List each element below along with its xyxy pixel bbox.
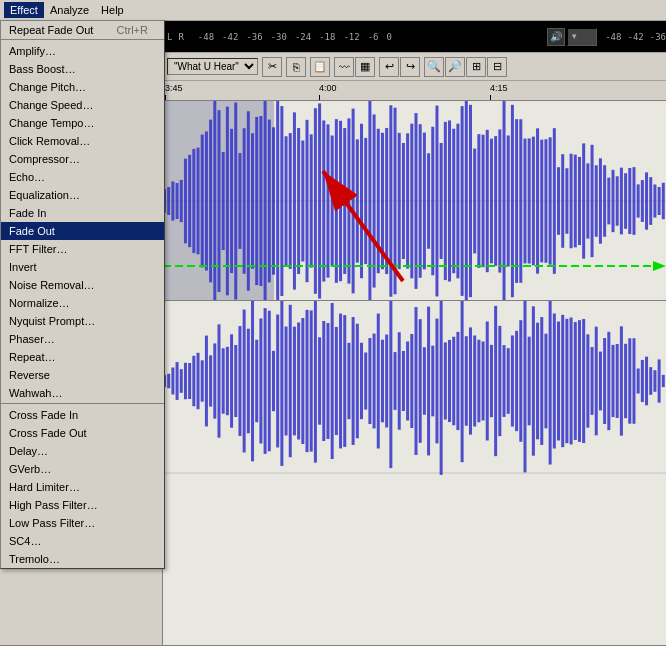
paste-icon[interactable]: 📋	[310, 57, 330, 77]
svg-rect-202	[473, 335, 476, 426]
svg-rect-103	[586, 163, 589, 238]
menu-item-change-tempo[interactable]: Change Tempo…	[1, 114, 164, 132]
svg-rect-233	[603, 338, 606, 424]
menu-item-cross-fade-out[interactable]: Cross Fade Out	[1, 424, 164, 442]
menu-item-normalize[interactable]: Normalize…	[1, 294, 164, 312]
svg-rect-224	[565, 319, 568, 443]
svg-rect-159	[293, 327, 296, 436]
menu-item-repeat-fade-out[interactable]: Repeat Fade Out Ctrl+R	[1, 21, 164, 40]
menu-effect[interactable]: Effect	[4, 2, 44, 18]
menu-item-bass-boost[interactable]: Bass Boost…	[1, 60, 164, 78]
svg-rect-155	[276, 315, 279, 448]
level-scale-left: -48 -42 -36 -30 -24 -18 -12 -6 0	[194, 32, 545, 42]
track-1-waveform: // We'll use inline SVG rects to simulat…	[163, 101, 666, 300]
svg-rect-231	[595, 327, 598, 436]
svg-rect-121	[662, 183, 665, 219]
speaker-icon[interactable]: 🔊	[547, 28, 565, 46]
svg-rect-185	[402, 351, 405, 411]
svg-rect-78	[482, 135, 485, 268]
svg-rect-41	[326, 124, 329, 277]
menu-item-repeat[interactable]: Repeat…	[1, 348, 164, 366]
menu-analyze[interactable]: Analyze	[44, 2, 95, 18]
svg-rect-118	[649, 177, 652, 225]
svg-rect-232	[599, 352, 602, 411]
redo-icon[interactable]: ↪	[400, 57, 420, 77]
svg-rect-94	[549, 137, 552, 264]
svg-marker-123	[653, 261, 666, 271]
svg-rect-102	[582, 143, 585, 258]
copy-icon[interactable]: ⎘	[286, 57, 306, 77]
svg-rect-203	[477, 340, 480, 423]
svg-rect-166	[322, 321, 325, 441]
svg-rect-168	[331, 303, 334, 459]
menu-item-echo[interactable]: Echo…	[1, 168, 164, 186]
menu-item-hard-limiter[interactable]: Hard Limiter…	[1, 478, 164, 496]
menu-item-wahwah[interactable]: Wahwah…	[1, 384, 164, 404]
svg-rect-177	[368, 338, 371, 424]
menu-item-equalization[interactable]: Equalization…	[1, 186, 164, 204]
zoom-fit-icon[interactable]: ⊞	[466, 57, 486, 77]
menu-item-noise-removal[interactable]: Noise Removal…	[1, 276, 164, 294]
zoom-in-icon[interactable]: 🔍	[424, 57, 444, 77]
svg-rect-64	[423, 133, 426, 270]
svg-rect-204	[482, 342, 485, 421]
svg-rect-154	[272, 351, 275, 411]
menu-help[interactable]: Help	[95, 2, 130, 18]
menu-item-compressor[interactable]: Compressor…	[1, 150, 164, 168]
menu-item-reverse[interactable]: Reverse	[1, 366, 164, 384]
waveform-icon[interactable]: 〰	[334, 57, 354, 77]
menu-item-gverb[interactable]: GVerb…	[1, 460, 164, 478]
svg-rect-174	[356, 324, 359, 439]
svg-rect-238	[624, 344, 627, 418]
svg-rect-60	[406, 133, 409, 268]
tick-3	[490, 95, 491, 100]
svg-rect-110	[616, 176, 619, 225]
undo-icon[interactable]: ↩	[379, 57, 399, 77]
zoom-out-icon[interactable]: 🔎	[445, 57, 465, 77]
menu-item-tremolo[interactable]: Tremolo…	[1, 550, 164, 568]
svg-rect-130	[171, 368, 174, 395]
source-dropdown[interactable]: "What U Hear"	[167, 58, 258, 75]
svg-rect-190	[423, 347, 426, 415]
menu-item-fade-out[interactable]: Fade Out	[1, 222, 164, 240]
svg-rect-97	[561, 154, 564, 248]
svg-rect-98	[565, 168, 568, 233]
svg-rect-132	[180, 369, 183, 393]
svg-rect-227	[578, 320, 581, 442]
svg-rect-179	[377, 314, 380, 449]
menu-item-change-pitch[interactable]: Change Pitch…	[1, 78, 164, 96]
svg-rect-9	[192, 149, 195, 253]
menu-item-fade-in[interactable]: Fade In	[1, 204, 164, 222]
svg-rect-86	[515, 119, 518, 283]
menu-item-delay[interactable]: Delay…	[1, 442, 164, 460]
svg-rect-201	[469, 327, 472, 434]
menu-item-nyquist-prompt[interactable]: Nyquist Prompt…	[1, 312, 164, 330]
svg-rect-59	[402, 143, 405, 259]
svg-rect-50	[364, 138, 367, 264]
toolbar-right: "What U Hear" ✂ ⎘ 📋 〰 ▦ ↩ ↪ 🔍 🔎 ⊞ ⊟	[163, 55, 666, 79]
menu-item-sc4[interactable]: SC4…	[1, 532, 164, 550]
menu-item-cross-fade-in[interactable]: Cross Fade In	[1, 406, 164, 424]
svg-rect-215	[528, 337, 531, 426]
cut-icon[interactable]: ✂	[262, 57, 282, 77]
svg-rect-11	[201, 135, 204, 268]
menu-item-high-pass-filter[interactable]: High Pass Filter…	[1, 496, 164, 514]
menu-item-click-removal[interactable]: Click Removal…	[1, 132, 164, 150]
menu-item-low-pass-filter[interactable]: Low Pass Filter…	[1, 514, 164, 532]
svg-rect-6	[180, 180, 183, 222]
svg-rect-218	[540, 317, 543, 445]
svg-rect-107	[603, 165, 606, 237]
menu-item-fft-filter[interactable]: FFT Filter…	[1, 240, 164, 258]
menu-item-phaser[interactable]: Phaser…	[1, 330, 164, 348]
svg-rect-144	[230, 334, 233, 427]
svg-rect-171	[343, 315, 346, 447]
menu-item-amplify[interactable]: Amplify…	[1, 42, 164, 60]
menu-item-invert[interactable]: Invert	[1, 258, 164, 276]
svg-rect-10	[197, 148, 200, 255]
timeline-mark-345: 3:45	[165, 83, 183, 93]
spectrum-icon[interactable]: ▦	[355, 57, 375, 77]
svg-rect-5	[176, 183, 179, 219]
volume-dropdown[interactable]: ▼	[567, 28, 597, 46]
menu-item-change-speed[interactable]: Change Speed…	[1, 96, 164, 114]
zoom-sel-icon[interactable]: ⊟	[487, 57, 507, 77]
